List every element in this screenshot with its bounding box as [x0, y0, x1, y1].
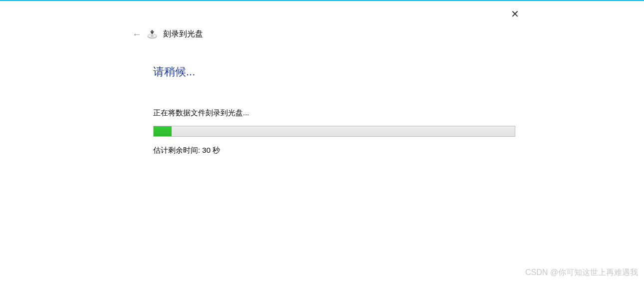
dialog-main: 请稍候... 正在将数据文件刻录到光盘... 估计剩余时间: 30 秒 — [153, 64, 531, 155]
progress-bar — [153, 126, 515, 137]
close-button[interactable]: ✕ — [511, 9, 519, 19]
time-remaining-label: 估计剩余时间: 30 秒 — [153, 146, 531, 155]
progress-fill — [154, 126, 172, 136]
watermark-text: CSDN @你可知这世上再难遇我 — [525, 268, 638, 278]
back-arrow-icon[interactable]: ← — [132, 30, 141, 39]
disc-icon — [147, 29, 157, 39]
dialog-title: 刻录到光盘 — [163, 29, 203, 39]
status-text: 正在将数据文件刻录到光盘... — [153, 108, 531, 118]
dialog-content: ← 刻录到光盘 请稍候... 正在将数据文件刻录到光盘... 估计剩余时间: 3… — [132, 29, 531, 155]
window-top-border — [0, 0, 644, 1]
svg-point-2 — [151, 35, 154, 36]
wait-heading: 请稍候... — [153, 64, 531, 79]
dialog-header: ← 刻录到光盘 — [132, 29, 531, 39]
svg-point-3 — [151, 30, 153, 32]
